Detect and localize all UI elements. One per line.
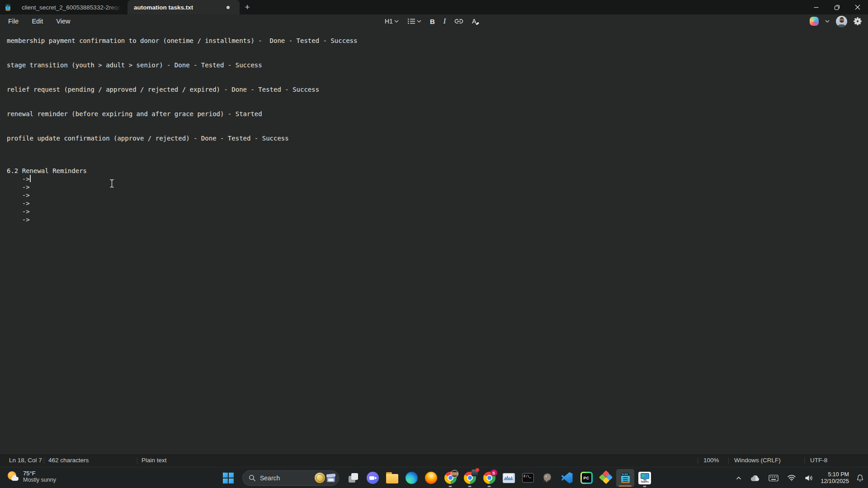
- taskbar-file-explorer[interactable]: [383, 469, 401, 487]
- postgresql-elephant-icon: [542, 472, 553, 484]
- colored-diamonds-icon: [600, 472, 612, 484]
- chevron-down-icon: [417, 20, 421, 23]
- terminal-icon: C:\_: [522, 473, 534, 483]
- active-app-indicator: [619, 485, 632, 487]
- search-medal-box-icon[interactable]: [326, 474, 336, 483]
- restore-icon: [834, 5, 840, 10]
- bold-label: B: [430, 18, 435, 25]
- link-icon: [454, 17, 463, 25]
- tab-label: automation tasks.txt: [134, 4, 193, 11]
- pycharm-icon: PC: [580, 472, 593, 484]
- search-placeholder: Search: [260, 474, 315, 482]
- taskbar-notepad-active[interactable]: [616, 469, 634, 487]
- search-icon: [249, 474, 256, 482]
- insert-link-button[interactable]: [452, 16, 466, 26]
- taskbar-firefox[interactable]: [422, 469, 440, 487]
- profile-avatar-badge: [451, 470, 458, 478]
- text-caret: [30, 175, 31, 182]
- italic-label: I: [443, 17, 446, 25]
- close-icon: [855, 5, 860, 10]
- window-controls: [806, 0, 868, 14]
- taskbar-chrome-profile-1[interactable]: [441, 469, 459, 487]
- task-view-button[interactable]: [344, 469, 362, 487]
- chrome-icon: S: [483, 472, 495, 484]
- unsaved-indicator-dot[interactable]: [226, 6, 230, 9]
- start-button[interactable]: [219, 469, 237, 487]
- clear-formatting-label: A: [472, 18, 476, 25]
- copilot-icon[interactable]: [810, 17, 819, 26]
- minimize-button[interactable]: [806, 0, 826, 14]
- format-toolbar: H1 B I A: [382, 14, 479, 28]
- weather-widget[interactable]: 75°F Mostly sunny: [5, 469, 59, 484]
- document-type: Plain text: [142, 457, 167, 464]
- taskbar: 75°F Mostly sunny Search: [0, 467, 868, 488]
- profile-s-badge: S: [491, 469, 497, 476]
- taskbar-pycharm[interactable]: PC: [577, 469, 595, 487]
- taskbar-edge[interactable]: [402, 469, 420, 487]
- menu-view[interactable]: View: [52, 16, 75, 27]
- chrome-icon: [464, 472, 476, 484]
- cursor-position: Ln 18, Col 7: [9, 457, 42, 464]
- italic-button[interactable]: I: [441, 16, 448, 26]
- separator: [728, 458, 729, 464]
- edge-icon: [406, 472, 418, 484]
- titlebar-right-tools: [810, 14, 862, 28]
- task-view-icon: [348, 472, 359, 483]
- onedrive-cloud-icon[interactable]: [749, 473, 761, 483]
- tab-automation-tasks[interactable]: automation tasks.txt: [127, 0, 240, 14]
- tray-date: 12/10/2025: [821, 478, 849, 485]
- wifi-icon[interactable]: [786, 473, 797, 483]
- weather-temperature: 75°F: [23, 470, 56, 477]
- encoding[interactable]: UTF-8: [810, 457, 827, 464]
- touch-keyboard-icon[interactable]: [767, 473, 780, 483]
- weather-condition: Mostly sunny: [23, 477, 56, 483]
- notepad-icon: [619, 472, 632, 484]
- running-indicator: [488, 486, 491, 487]
- volume-icon[interactable]: [803, 473, 815, 483]
- taskbar-postgresql[interactable]: [538, 469, 557, 487]
- taskbar-task-manager[interactable]: [500, 469, 518, 487]
- heading-dropdown[interactable]: H1: [382, 17, 401, 26]
- running-indicator: [643, 486, 646, 487]
- taskbar-office[interactable]: [597, 469, 615, 487]
- taskbar-clock[interactable]: 5:10 PM 12/10/2025: [821, 471, 849, 485]
- text-editor-area[interactable]: membership payment confirmation to donor…: [0, 28, 868, 455]
- copilot-chevron-down-icon[interactable]: [825, 20, 830, 23]
- clear-formatting-button[interactable]: A: [469, 17, 479, 26]
- new-tab-button[interactable]: +: [240, 0, 255, 14]
- menu-edit[interactable]: Edit: [27, 16, 47, 27]
- close-button[interactable]: [847, 0, 868, 14]
- settings-gear-icon[interactable]: [854, 17, 862, 25]
- taskbar-chrome-profile-2[interactable]: [461, 469, 479, 487]
- system-tray: 5:10 PM 12/10/2025: [735, 467, 865, 488]
- folder-icon: [386, 474, 398, 483]
- restore-button[interactable]: [826, 0, 847, 14]
- profile-photo-badge: [472, 469, 478, 476]
- separator: [698, 458, 698, 464]
- line-ending[interactable]: Windows (CRLF): [734, 457, 781, 464]
- separator: [44, 458, 44, 464]
- taskbar-zoom-app[interactable]: [363, 469, 382, 487]
- taskbar-chrome-profile-3[interactable]: S: [480, 469, 498, 487]
- taskbar-taskpro[interactable]: TaskPro: [636, 469, 654, 487]
- eraser-icon: [476, 21, 480, 25]
- hidden-icons-chevron[interactable]: [735, 475, 743, 481]
- taskbar-vscode[interactable]: [558, 469, 576, 487]
- list-dropdown[interactable]: [405, 17, 424, 26]
- notepad-app-icon: [0, 0, 15, 14]
- character-count: 462 characters: [48, 457, 89, 464]
- bold-button[interactable]: B: [427, 17, 438, 26]
- heading-label: H1: [385, 18, 393, 25]
- windows-logo-icon: [223, 473, 234, 483]
- taskbar-search-input[interactable]: Search: [242, 470, 339, 486]
- separator: [137, 458, 137, 464]
- user-avatar[interactable]: [836, 16, 847, 27]
- tab-client-secret[interactable]: client_secret_2_60053885332-2reqe52rrib: [15, 0, 127, 14]
- running-indicator: [468, 486, 472, 487]
- taskbar-command-prompt[interactable]: C:\_: [519, 469, 537, 487]
- menu-bar: File Edit View H1 B I: [0, 14, 868, 28]
- menu-file[interactable]: File: [4, 16, 23, 27]
- search-daily-medal-icon[interactable]: [315, 473, 325, 483]
- notification-bell-icon[interactable]: [855, 473, 865, 483]
- zoom-level[interactable]: 100%: [703, 457, 719, 464]
